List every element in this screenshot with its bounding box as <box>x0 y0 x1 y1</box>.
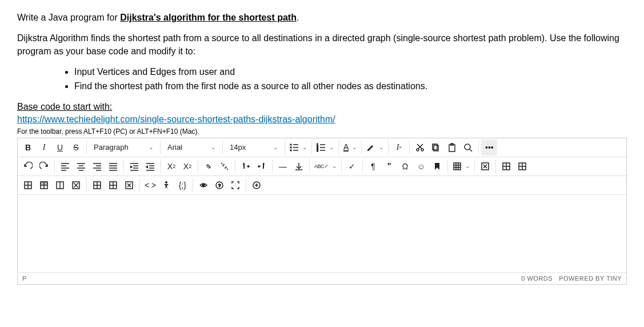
strikethrough-button[interactable]: S <box>68 139 84 155</box>
align-left-button[interactable] <box>57 158 73 174</box>
toolbar-row-1: B I U S Paragraph⌄ Arial⌄ 14px⌄ ⌄ 1 <box>18 138 626 157</box>
list-item: Find the shortest path from the first no… <box>74 80 627 93</box>
highlight-button[interactable]: ⌄ <box>364 139 386 155</box>
block-format-select[interactable]: Paragraph⌄ <box>89 139 158 155</box>
source-code-button[interactable]: < > <box>142 177 158 193</box>
ltr-icon <box>241 162 250 171</box>
fullscreen-icon <box>231 181 240 190</box>
chevron-down-icon: ⌄ <box>149 144 153 150</box>
copy-icon <box>431 143 441 152</box>
unlink-button[interactable] <box>217 158 233 174</box>
toolbar-row-2: X2 X2 — ABC✓ ⌄ <box>18 157 626 176</box>
add-button[interactable] <box>249 177 265 193</box>
align-right-button[interactable] <box>89 158 105 174</box>
svg-point-2 <box>290 147 291 148</box>
indent-button[interactable] <box>126 158 142 174</box>
insert-datetime-button[interactable] <box>291 158 307 174</box>
superscript-button[interactable]: X2 <box>163 158 179 174</box>
base-code-label: Base code to start with: <box>17 102 112 111</box>
insert-row-before-button[interactable] <box>498 158 514 174</box>
align-right-icon <box>93 162 102 171</box>
align-justify-icon <box>109 162 118 171</box>
clear-formatting-button[interactable]: I× <box>391 139 407 155</box>
table-row-icon <box>518 162 527 171</box>
element-path[interactable]: P <box>22 275 26 282</box>
bold-button[interactable]: B <box>20 139 36 155</box>
bullet-list-button[interactable]: ⌄ <box>287 139 309 155</box>
editor-content-area[interactable] <box>18 195 626 272</box>
fullscreen-button[interactable] <box>227 177 243 193</box>
ltr-button[interactable] <box>238 158 254 174</box>
align-center-button[interactable] <box>73 158 89 174</box>
code-sample-button[interactable]: {;} <box>174 177 190 193</box>
undo-icon <box>23 162 33 171</box>
font-size-select[interactable]: 14px⌄ <box>225 139 282 155</box>
bookmark-icon <box>433 162 442 171</box>
table-x-icon <box>71 181 81 190</box>
undo-button[interactable] <box>20 158 36 174</box>
search-icon <box>463 143 473 152</box>
find-button[interactable] <box>460 139 476 155</box>
table-col-after-button[interactable] <box>105 177 121 193</box>
chevron-down-icon: ⌄ <box>211 144 215 150</box>
horizontal-rule-button[interactable]: — <box>275 158 291 174</box>
text-color-button[interactable]: A⌄ <box>341 139 359 155</box>
align-center-icon <box>77 162 86 171</box>
checkmark-button[interactable]: ✓ <box>344 158 360 174</box>
table-icon <box>23 181 33 190</box>
rtl-button[interactable] <box>254 158 270 174</box>
prompt-description: Dijkstra Algorithm finds the shortest pa… <box>17 32 627 58</box>
link-button[interactable] <box>201 158 217 174</box>
list-item: Input Vertices and Edges from user and <box>74 66 627 78</box>
numbered-list-button[interactable]: 123 ⌄ <box>314 139 336 155</box>
paste-button[interactable] <box>444 139 460 155</box>
svg-text:3: 3 <box>317 149 318 152</box>
base-code-link[interactable]: https://www.techiedelight.com/single-sou… <box>17 114 335 124</box>
chevron-down-icon: ⌄ <box>273 144 278 150</box>
table-split-button[interactable] <box>68 177 84 193</box>
more-button[interactable]: ••• <box>481 139 497 155</box>
editor-statusbar: P 0 WORDS POWERED BY TINY <box>18 272 626 284</box>
table-icon <box>93 181 102 190</box>
plus-circle-icon <box>252 181 261 190</box>
insert-row-after-button[interactable] <box>514 158 530 174</box>
chevron-down-icon: ⌄ <box>329 144 334 150</box>
table-col-before-button[interactable] <box>89 177 105 193</box>
emoji-button[interactable]: ☺ <box>413 158 429 174</box>
table-icon <box>39 181 49 190</box>
align-justify-button[interactable] <box>105 158 121 174</box>
spellcheck-button[interactable]: ABC✓ ⌄ <box>312 158 339 174</box>
table-cell-props-button[interactable] <box>20 177 36 193</box>
anchor-button[interactable] <box>429 158 445 174</box>
table-icon <box>55 181 65 190</box>
help-button[interactable]: ? <box>211 177 227 193</box>
preview-button[interactable] <box>195 177 211 193</box>
highlight-icon <box>366 143 375 152</box>
table-merge-button[interactable] <box>52 177 68 193</box>
special-char-button[interactable]: Ω <box>397 158 413 174</box>
outdent-icon <box>146 162 155 171</box>
underline-button[interactable]: U <box>52 139 68 155</box>
outdent-button[interactable] <box>142 158 158 174</box>
italic-button[interactable]: I <box>36 139 52 155</box>
show-blocks-button[interactable]: ¶ <box>365 158 381 174</box>
table-row-props-button[interactable] <box>36 177 52 193</box>
font-family-select[interactable]: Arial⌄ <box>163 139 220 155</box>
chevron-down-icon: ⌄ <box>465 163 470 169</box>
blockquote-button[interactable]: ” <box>381 158 397 174</box>
requirements-list: Input Vertices and Edges from user and F… <box>17 66 627 93</box>
redo-button[interactable] <box>36 158 52 174</box>
svg-point-4 <box>290 150 291 151</box>
table-col-delete-button[interactable] <box>121 177 137 193</box>
subscript-button[interactable]: X2 <box>179 158 195 174</box>
table-button[interactable]: ⌄ <box>450 158 472 174</box>
copy-button[interactable] <box>428 139 444 155</box>
cut-button[interactable] <box>412 139 428 155</box>
accessibility-button[interactable] <box>158 177 174 193</box>
rich-text-editor: B I U S Paragraph⌄ Arial⌄ 14px⌄ ⌄ 1 <box>17 138 627 285</box>
rtl-icon <box>257 162 266 171</box>
svg-rect-68 <box>41 182 47 184</box>
delete-table-button[interactable] <box>477 158 493 174</box>
svg-point-0 <box>290 144 291 145</box>
svg-point-84 <box>202 184 205 186</box>
